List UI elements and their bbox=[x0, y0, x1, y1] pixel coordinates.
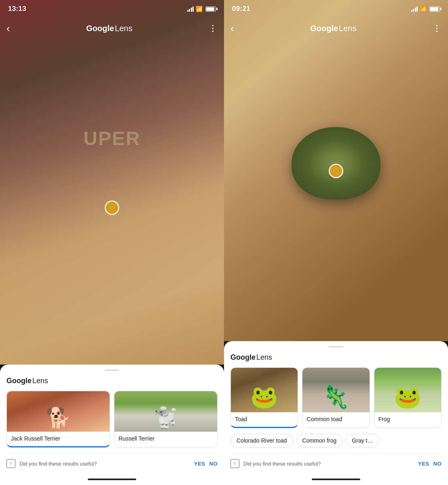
status-time-toad: 09:21 bbox=[232, 5, 250, 13]
result-card-frog[interactable]: Frog bbox=[374, 367, 442, 428]
sheet-google-wordmark: Google bbox=[6, 377, 32, 385]
sheet-lens-wordmark-toad: Lens bbox=[256, 353, 272, 362]
toolbar-title-dog: Google Lens bbox=[86, 24, 132, 33]
feedback-bar-toad: ! Did you find these results useful? YES… bbox=[230, 453, 442, 474]
wifi-icon: 📶 bbox=[196, 6, 203, 12]
toolbar-title-toad: Google Lens bbox=[310, 24, 356, 33]
signal-icon-toad bbox=[411, 6, 418, 12]
result-label-common-toad: Common toad bbox=[302, 412, 369, 427]
sheet-title-toad: Google Lens bbox=[230, 353, 442, 362]
signal-bar-2 bbox=[189, 9, 190, 12]
result-label-toad: Toad bbox=[231, 412, 298, 427]
result-label-frog: Frog bbox=[374, 412, 441, 427]
toad-image-3 bbox=[374, 368, 441, 412]
toolbar-dog: ‹ Google Lens ⋮ bbox=[0, 18, 224, 39]
signal-bar-t1 bbox=[411, 10, 412, 12]
status-bar-dog: 13:13 📶 bbox=[0, 0, 224, 18]
result-card-toad[interactable]: Toad bbox=[230, 367, 298, 428]
feedback-text-toad: Did you find these results useful? bbox=[243, 461, 414, 467]
dog-image-2 bbox=[114, 391, 217, 432]
feedback-yes-toad[interactable]: YES bbox=[418, 461, 429, 467]
result-label-jack-russell: Jack Russell Terrier bbox=[7, 432, 110, 446]
status-time-dog: 13:13 bbox=[8, 5, 26, 13]
signal-bar-t2 bbox=[413, 9, 414, 12]
google-wordmark-toad: Google bbox=[310, 24, 338, 33]
result-card-jack-russell[interactable]: Jack Russell Terrier bbox=[6, 391, 110, 447]
focus-dot-dog bbox=[105, 200, 119, 215]
phone-dog: UPER 13:13 📶 ‹ Google Lens bbox=[0, 0, 224, 485]
toolbar-toad: ‹ Google Lens ⋮ bbox=[224, 18, 448, 39]
result-card-russell-terrier[interactable]: Russell Terrier bbox=[114, 391, 218, 447]
sheet-handle-toad bbox=[329, 346, 343, 348]
battery-icon bbox=[205, 6, 216, 12]
sheet-handle-dog bbox=[105, 369, 119, 371]
toad-image-2 bbox=[302, 368, 369, 412]
back-button-dog[interactable]: ‹ bbox=[6, 23, 10, 34]
signal-bar-3 bbox=[191, 8, 192, 12]
status-icons-toad: 📶 bbox=[411, 6, 440, 12]
feedback-yes-dog[interactable]: YES bbox=[194, 461, 205, 467]
lens-wordmark-dog: Lens bbox=[115, 24, 132, 33]
more-button-toad[interactable]: ⋮ bbox=[433, 24, 442, 32]
battery-fill-toad bbox=[430, 7, 438, 11]
status-bar-toad: 09:21 📶 bbox=[224, 0, 448, 18]
feedback-text-dog: Did you find these results useful? bbox=[19, 461, 190, 467]
photo-area-toad: 09:21 📶 ‹ Google Lens ⋮ bbox=[224, 0, 448, 341]
bottom-sheet-dog: Google Lens Jack Russell Terrier Russell… bbox=[0, 365, 224, 474]
status-icons-dog: 📶 bbox=[187, 6, 216, 12]
signal-bar-t4 bbox=[416, 6, 418, 12]
toad-body bbox=[292, 127, 380, 200]
home-indicator-toad bbox=[224, 474, 448, 485]
tag-chip-common-frog[interactable]: Common frog bbox=[296, 434, 343, 447]
feedback-icon-toad: ! bbox=[230, 459, 239, 468]
sheet-google-wordmark-toad: Google bbox=[230, 353, 256, 362]
home-bar-toad bbox=[312, 479, 360, 480]
tag-chip-colorado[interactable]: Colorado River toad bbox=[230, 434, 293, 447]
results-grid-dog: Jack Russell Terrier Russell Terrier bbox=[6, 391, 218, 447]
sheet-title-dog: Google Lens bbox=[6, 377, 218, 385]
shirt-decoration: UPER bbox=[83, 128, 140, 149]
sheet-lens-wordmark: Lens bbox=[32, 377, 48, 385]
battery-fill bbox=[206, 7, 214, 11]
wifi-icon-toad: 📶 bbox=[420, 6, 427, 12]
photo-area-dog: UPER 13:13 📶 ‹ Google Lens bbox=[0, 0, 224, 365]
back-button-toad[interactable]: ‹ bbox=[230, 23, 234, 34]
more-button-dog[interactable]: ⋮ bbox=[209, 24, 218, 32]
toad-image-1 bbox=[231, 368, 298, 412]
phone-toad: 09:21 📶 ‹ Google Lens ⋮ bbox=[224, 0, 448, 485]
dog-photo-background: UPER bbox=[0, 0, 224, 365]
focus-dot-toad bbox=[329, 164, 343, 178]
tag-chips: Colorado River toad Common frog Gray t… bbox=[230, 434, 442, 447]
battery-icon-toad bbox=[429, 6, 440, 12]
google-wordmark-dog: Google bbox=[86, 24, 114, 33]
bottom-sheet-toad: Google Lens Toad Common toad Frog Colora… bbox=[224, 341, 448, 474]
tag-chip-gray[interactable]: Gray t… bbox=[346, 434, 379, 447]
feedback-icon-dog: ! bbox=[6, 459, 15, 468]
signal-bar-t3 bbox=[415, 8, 416, 12]
result-card-common-toad[interactable]: Common toad bbox=[302, 367, 370, 428]
result-label-russell-terrier: Russell Terrier bbox=[114, 432, 217, 446]
signal-icon bbox=[187, 6, 194, 12]
home-bar-dog bbox=[88, 479, 136, 480]
home-indicator-dog bbox=[0, 474, 224, 485]
results-grid-toad: Toad Common toad Frog bbox=[230, 367, 442, 428]
lens-wordmark-toad: Lens bbox=[339, 24, 356, 33]
signal-bar-1 bbox=[187, 10, 188, 12]
signal-bar-4 bbox=[192, 6, 194, 12]
feedback-bar-dog: ! Did you find these results useful? YES… bbox=[6, 453, 218, 474]
feedback-no-toad[interactable]: NO bbox=[433, 461, 442, 467]
feedback-no-dog[interactable]: NO bbox=[209, 461, 218, 467]
dog-image-1 bbox=[7, 391, 110, 432]
